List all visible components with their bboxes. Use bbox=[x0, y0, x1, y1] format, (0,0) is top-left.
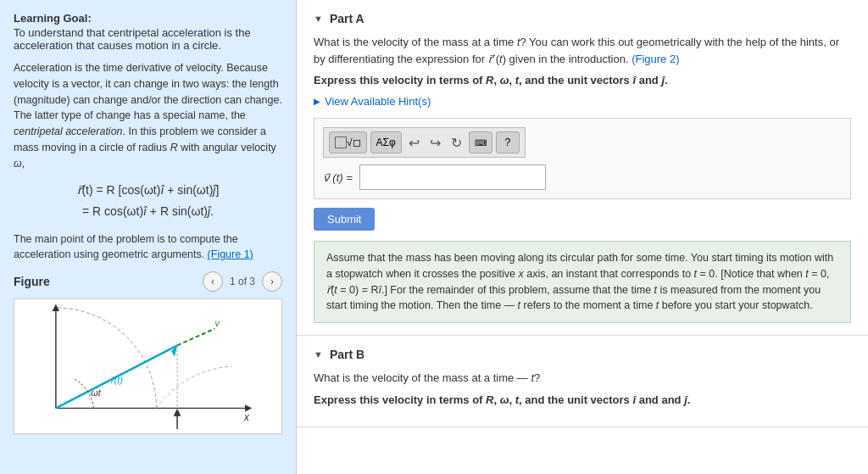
math-symbols-btn[interactable]: ΑΣφ bbox=[370, 131, 402, 153]
and-text: and bbox=[661, 393, 681, 406]
figure-label: Figure bbox=[14, 275, 203, 288]
velocity-input[interactable] bbox=[359, 165, 546, 190]
part-a-header: ▼ Part A bbox=[314, 12, 851, 25]
body-text-1: Acceleration is the time derivative of v… bbox=[14, 60, 282, 171]
page-indicator: 1 of 3 bbox=[230, 276, 255, 287]
figure-area: x ωt r⃗(t) v bbox=[14, 298, 282, 434]
learning-goal-text: To understand that centripetal accelerat… bbox=[14, 26, 282, 52]
express-line-b: Express this velocity in terms of R, ω, … bbox=[314, 393, 851, 406]
figure1-link[interactable]: (Figure 1) bbox=[208, 248, 253, 260]
svg-text:ωt: ωt bbox=[91, 388, 101, 398]
symbol-btn[interactable]: √◻ bbox=[329, 131, 367, 153]
part-b-header: ▼ Part B bbox=[314, 348, 851, 361]
part-a-section: ▼ Part A What is the velocity of the mas… bbox=[297, 0, 868, 336]
figure2-link[interactable]: (Figure 2) bbox=[632, 53, 679, 65]
part-b-question: What is the velocity of the mass at a ti… bbox=[314, 370, 851, 387]
hint-triangle-icon: ▶ bbox=[314, 97, 320, 106]
undo-btn[interactable]: ↩ bbox=[405, 133, 423, 153]
part-b-toggle[interactable]: ▼ bbox=[314, 349, 323, 360]
express-line-a: Express this velocity in terms of R, ω, … bbox=[314, 74, 851, 86]
submit-btn[interactable]: Submit bbox=[314, 208, 375, 231]
input-row: v⃗ (t) = bbox=[323, 165, 842, 190]
info-box: Assume that the mass has been moving alo… bbox=[314, 241, 851, 323]
left-panel: Learning Goal: To understand that centri… bbox=[0, 0, 297, 474]
right-panel: ▼ Part A What is the velocity of the mas… bbox=[297, 0, 868, 474]
learning-goal-title: Learning Goal: bbox=[14, 12, 282, 25]
part-a-title: Part A bbox=[330, 12, 364, 25]
svg-text:r⃗(t): r⃗(t) bbox=[110, 375, 123, 385]
body-text-2: The main point of the problem is to comp… bbox=[14, 231, 282, 264]
part-b-section: ▼ Part B What is the velocity of the mas… bbox=[297, 336, 868, 427]
toolbar: √◻ ΑΣφ ↩ ↪ ↻ ⌨ ? bbox=[323, 127, 526, 158]
svg-text:x: x bbox=[243, 411, 250, 423]
part-a-question: What is the velocity of the mass at a ti… bbox=[314, 34, 851, 67]
part-b-title: Part B bbox=[330, 348, 364, 361]
velocity-label: v⃗ (t) = bbox=[323, 171, 353, 184]
part-a-toggle[interactable]: ▼ bbox=[314, 14, 323, 24]
figure-nav: Figure ‹ 1 of 3 › bbox=[14, 271, 282, 292]
info-text: Assume that the mass has been moving alo… bbox=[326, 250, 838, 314]
refresh-btn[interactable]: ↻ bbox=[448, 133, 465, 153]
hint-label: View Available Hint(s) bbox=[325, 95, 431, 108]
keyboard-btn[interactable]: ⌨ bbox=[469, 131, 492, 153]
svg-line-7 bbox=[177, 329, 214, 346]
redo-btn[interactable]: ↪ bbox=[426, 133, 444, 153]
svg-text:v: v bbox=[215, 318, 220, 328]
prev-figure-btn[interactable]: ‹ bbox=[203, 271, 223, 292]
equation-block: r⃗(t) = R [cos(ωt)î + sin(ωt)ĵ] = R cos(… bbox=[14, 180, 282, 222]
hint-toggle-a[interactable]: ▶ View Available Hint(s) bbox=[314, 95, 851, 108]
figure-svg: x ωt r⃗(t) v bbox=[14, 299, 281, 433]
answer-area-a: √◻ ΑΣφ ↩ ↪ ↻ ⌨ ? v⃗ (t) = bbox=[314, 118, 851, 199]
help-btn[interactable]: ? bbox=[496, 131, 520, 153]
next-figure-btn[interactable]: › bbox=[262, 271, 282, 292]
